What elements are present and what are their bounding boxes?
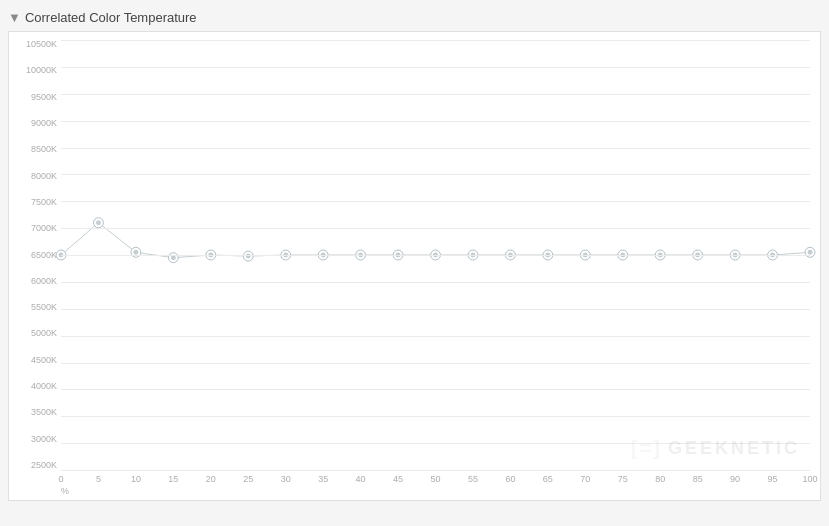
x-axis-label: 35 <box>318 474 328 484</box>
collapse-toggle[interactable]: ▼ <box>8 10 21 25</box>
y-axis-label: 9000K <box>31 119 57 128</box>
x-axis-label: 50 <box>430 474 440 484</box>
y-axis-label: 9500K <box>31 93 57 102</box>
x-axis-label: 0 <box>58 474 63 484</box>
x-axis-label: 85 <box>693 474 703 484</box>
x-axis-label: 30 <box>281 474 291 484</box>
grid-line <box>61 121 810 122</box>
section-title: Correlated Color Temperature <box>25 10 197 25</box>
grid-line <box>61 255 810 256</box>
x-axis-label: 25 <box>243 474 253 484</box>
x-axis-label: 45 <box>393 474 403 484</box>
watermark-text: GEEKNETIC <box>668 438 800 459</box>
watermark-bracket: [=] <box>631 437 662 460</box>
grid-line <box>61 201 810 202</box>
grid-line <box>61 228 810 229</box>
grid-line <box>61 67 810 68</box>
y-axis-label: 6500K <box>31 251 57 260</box>
y-axis-label: 3500K <box>31 408 57 417</box>
x-axis-label: 100 <box>802 474 817 484</box>
y-axis-label: 5500K <box>31 303 57 312</box>
data-point-inner <box>96 220 101 225</box>
grid-line <box>61 94 810 95</box>
y-axis-label: 7000K <box>31 224 57 233</box>
x-axis-label: 65 <box>543 474 553 484</box>
x-axis-label: 90 <box>730 474 740 484</box>
x-axis-label: 15 <box>168 474 178 484</box>
grid-line <box>61 40 810 41</box>
y-axis-label: 5000K <box>31 329 57 338</box>
x-axis-label: 5 <box>96 474 101 484</box>
x-axis-label: 95 <box>768 474 778 484</box>
grid-line <box>61 309 810 310</box>
x-axis: 0510152025303540455055606570758085909510… <box>61 470 810 500</box>
x-axis-label: 10 <box>131 474 141 484</box>
y-axis-label: 8000K <box>31 172 57 181</box>
y-axis-label: 4500K <box>31 356 57 365</box>
y-axis-label: 8500K <box>31 145 57 154</box>
grid-line <box>61 282 810 283</box>
grid-line <box>61 336 810 337</box>
y-axis-label: 4000K <box>31 382 57 391</box>
page-container: ▼ Correlated Color Temperature 10500K100… <box>0 0 829 526</box>
grid-line <box>61 363 810 364</box>
x-axis-label: 40 <box>356 474 366 484</box>
x-axis-label: 55 <box>468 474 478 484</box>
x-pct-label: % <box>61 486 69 496</box>
y-axis-label: 6000K <box>31 277 57 286</box>
chart-area: 10500K10000K9500K9000K8500K8000K7500K700… <box>8 31 821 501</box>
y-axis-label: 2500K <box>31 461 57 470</box>
section-header: ▼ Correlated Color Temperature <box>8 10 821 25</box>
x-axis-label: 75 <box>618 474 628 484</box>
grid-line <box>61 416 810 417</box>
y-axis: 10500K10000K9500K9000K8500K8000K7500K700… <box>9 40 61 470</box>
y-axis-label: 7500K <box>31 198 57 207</box>
y-axis-label: 10500K <box>26 40 57 49</box>
x-axis-label: 20 <box>206 474 216 484</box>
grid-line <box>61 148 810 149</box>
x-axis-label: 80 <box>655 474 665 484</box>
grid-line <box>61 389 810 390</box>
y-axis-label: 3000K <box>31 435 57 444</box>
y-axis-label: 10000K <box>26 66 57 75</box>
grid-lines <box>61 40 810 470</box>
grid-line <box>61 174 810 175</box>
x-axis-label: 70 <box>580 474 590 484</box>
watermark: [=] GEEKNETIC <box>631 437 800 460</box>
x-axis-label: 60 <box>505 474 515 484</box>
